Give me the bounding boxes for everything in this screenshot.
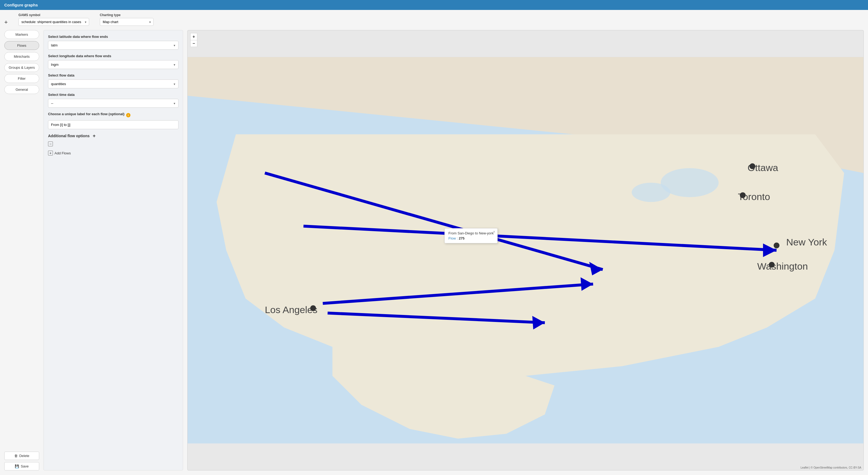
gams-symbol-label: GAMS symbol	[19, 13, 89, 17]
top-controls: + GAMS symbol schedule: shipment quantit…	[4, 13, 864, 26]
trash-icon: 🗑	[14, 454, 18, 458]
gams-symbol-select-wrapper: schedule: shipment quantities in cases	[19, 18, 89, 26]
lat-end-label: Select latitude data where flow ends	[48, 35, 179, 39]
svg-point-14	[750, 163, 755, 169]
tooltip-flow-label: Flow :	[448, 236, 459, 240]
minus-icon[interactable]: −	[48, 142, 53, 146]
map-svg: Ottawa Toronto New York Washington Los A…	[188, 30, 863, 470]
save-label: Save	[21, 464, 29, 468]
flow-data-select[interactable]: quantities	[48, 80, 179, 88]
svg-point-15	[310, 305, 316, 311]
left-sidebar: Markers Flows Minicharts Groups & Layers…	[4, 30, 39, 470]
newyork-label: New York	[786, 237, 827, 247]
save-icon: 💾	[15, 464, 19, 468]
title-text: Configure graphs	[4, 3, 38, 7]
map-controls: + −	[190, 33, 197, 47]
losangeles-label: Los Angeles	[265, 304, 317, 315]
gams-symbol-group: GAMS symbol schedule: shipment quantitie…	[19, 13, 89, 26]
sidebar-general-btn[interactable]: General	[4, 85, 39, 94]
content-area: Markers Flows Minicharts Groups & Layers…	[4, 30, 864, 470]
center-panel: Select latitude data where flow ends lat…	[43, 30, 183, 470]
additional-flow-expand-icon[interactable]: +	[92, 133, 97, 138]
map-tooltip: × From San-Diego to New-york Flow : 275	[444, 228, 498, 243]
svg-point-12	[769, 262, 775, 268]
sidebar-markers-btn[interactable]: Markers	[4, 30, 39, 39]
tooltip-flow-value: 275	[459, 236, 465, 240]
delete-button[interactable]: 🗑 Delete	[4, 452, 39, 460]
lng-end-select[interactable]: lngm	[48, 60, 179, 69]
lat-end-section: Select latitude data where flow ends lat…	[48, 35, 179, 50]
flow-data-label: Select flow data	[48, 73, 179, 77]
sidebar-flows-btn[interactable]: Flows	[4, 41, 39, 50]
additional-flow-label: Additional flow options	[48, 134, 90, 138]
tooltip-close-button[interactable]: ×	[493, 230, 495, 234]
tooltip-title: From San-Diego to New-york	[448, 231, 494, 235]
lng-end-select-wrapper: lngm	[48, 60, 179, 69]
lng-end-label: Select longitude data where flow ends	[48, 54, 179, 58]
time-data-section: Select time data --	[48, 93, 179, 108]
washington-label: Washington	[757, 261, 808, 272]
time-data-select-wrapper: --	[48, 99, 179, 108]
charting-type-group: Charting type Map chart Bar chart Line c…	[100, 13, 154, 26]
unique-label-row: Choose a unique label for each flow (opt…	[48, 112, 179, 118]
charting-type-select-wrapper: Map chart Bar chart Line chart	[100, 18, 154, 26]
unique-label-text: Choose a unique label for each flow (opt…	[48, 112, 125, 116]
add-flows-button[interactable]: + Add Flows	[48, 151, 71, 155]
save-button[interactable]: 💾 Save	[4, 462, 39, 470]
zoom-out-button[interactable]: −	[190, 40, 197, 47]
charting-type-label: Charting type	[100, 13, 154, 17]
map-attribution: Leaflet | © OpenStreetMap contributors, …	[801, 466, 861, 469]
lng-end-section: Select longitude data where flow ends ln…	[48, 54, 179, 69]
main-container: + GAMS symbol schedule: shipment quantit…	[0, 10, 868, 474]
flow-data-section: Select flow data quantities	[48, 73, 179, 88]
sidebar-filter-btn[interactable]: Filter	[4, 74, 39, 83]
additional-flow-section: Additional flow options + −	[48, 133, 179, 146]
lat-end-select[interactable]: latm	[48, 41, 179, 50]
title-bar: Configure graphs	[0, 0, 868, 10]
svg-point-2	[632, 183, 671, 202]
add-button[interactable]: +	[4, 19, 8, 25]
gams-symbol-select[interactable]: schedule: shipment quantities in cases	[19, 18, 89, 26]
add-flows-icon: +	[48, 151, 53, 155]
add-flows-label: Add Flows	[55, 151, 71, 155]
time-data-label: Select time data	[48, 93, 179, 97]
unique-label-input[interactable]	[48, 120, 179, 129]
map-container: Ottawa Toronto New York Washington Los A…	[187, 30, 864, 470]
svg-point-13	[740, 192, 746, 198]
tooltip-flow-row: Flow : 275	[448, 236, 494, 240]
additional-flow-header: Additional flow options +	[48, 133, 179, 138]
charting-type-select[interactable]: Map chart Bar chart Line chart	[100, 18, 154, 26]
unique-label-section: Choose a unique label for each flow (opt…	[48, 112, 179, 129]
sidebar-groups-layers-btn[interactable]: Groups & Layers	[4, 63, 39, 72]
zoom-in-button[interactable]: +	[190, 33, 197, 40]
delete-label: Delete	[19, 454, 30, 458]
flow-data-select-wrapper: quantities	[48, 80, 179, 88]
svg-point-11	[774, 242, 779, 248]
time-data-select[interactable]: --	[48, 99, 179, 108]
info-icon: i	[126, 113, 130, 117]
lat-end-select-wrapper: latm	[48, 41, 179, 50]
sidebar-minicharts-btn[interactable]: Minicharts	[4, 52, 39, 61]
sidebar-actions: 🗑 Delete 💾 Save	[4, 452, 39, 470]
